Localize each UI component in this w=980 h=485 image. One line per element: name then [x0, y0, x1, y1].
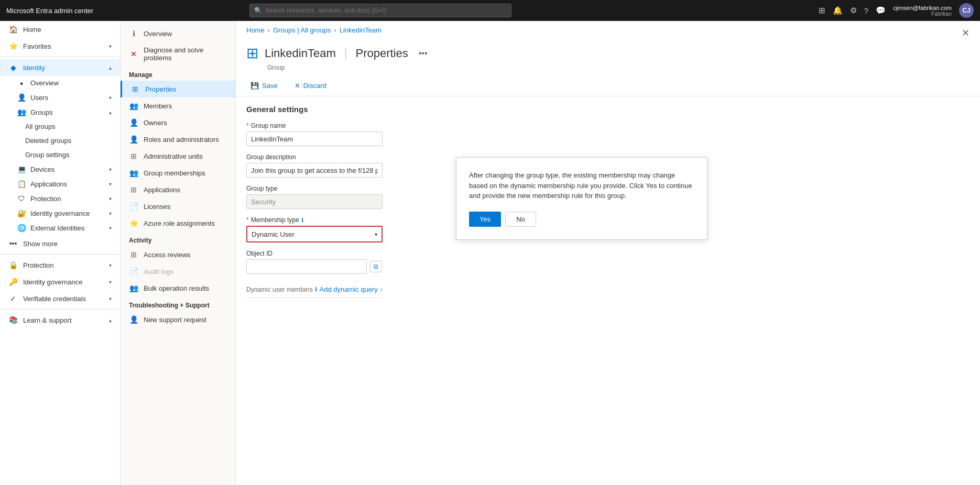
gear-icon[interactable]: ⚙	[850, 6, 857, 15]
sidebar-item-show-more[interactable]: ••• Show more	[0, 235, 120, 252]
sidebar-item-identity-governance[interactable]: 🔐 Identity governance ▾	[0, 206, 120, 221]
bell-icon[interactable]: 🔔	[833, 6, 843, 15]
discard-label: Discard	[303, 82, 326, 90]
sidebar-identity-governance2-label: Identity governance	[23, 278, 104, 286]
admin-units-icon: ⊞	[129, 152, 138, 160]
sidebar-identity-label: Identity	[23, 64, 104, 72]
group-nav-manage-section: Manage	[121, 66, 235, 81]
group-nav-bulk-operations[interactable]: 👥 Bulk operation results	[121, 280, 235, 296]
group-nav-owners[interactable]: 👤 Owners	[121, 114, 235, 131]
main-content: ✕ Home › Groups | All groups › LinkedinT…	[236, 21, 980, 485]
membership-type-label: * Membership type ℹ	[246, 216, 487, 224]
group-nav-members-label: Members	[144, 102, 172, 110]
dynamic-info-icon[interactable]: ℹ	[315, 286, 317, 293]
sidebar-item-protection2[interactable]: 🔒 Protection ▾	[0, 257, 120, 273]
sidebar-protection2-label: Protection	[23, 261, 104, 269]
dialog-no-button[interactable]: No	[505, 212, 536, 227]
group-name-input[interactable]	[246, 131, 383, 146]
bulk-ops-icon: 👥	[129, 284, 138, 292]
copy-object-id-button[interactable]: ⧉	[370, 261, 382, 272]
group-nav-owners-label: Owners	[144, 119, 167, 127]
group-nav-new-support[interactable]: 👤 New support request	[121, 311, 235, 328]
group-nav-access-reviews[interactable]: ⊞ Access reviews	[121, 246, 235, 263]
avatar[interactable]: CJ	[959, 3, 974, 18]
group-nav-activity-section: Activity	[121, 232, 235, 246]
protection-icon: 🛡	[17, 194, 26, 203]
object-id-input	[246, 259, 367, 274]
feedback-icon[interactable]: 💬	[876, 6, 886, 15]
group-nav-applications[interactable]: ⊞ Applications	[121, 181, 235, 198]
group-description-input[interactable]	[246, 163, 383, 178]
app-title: Microsoft Entra admin center	[6, 7, 93, 15]
close-button[interactable]: ✕	[962, 27, 970, 39]
membership-info-icon[interactable]: ℹ	[301, 217, 303, 224]
sidebar-item-home[interactable]: 🏠 Home	[0, 21, 120, 38]
chevron-down-icon: ▾	[109, 43, 112, 49]
group-nav-licenses[interactable]: 📄 Licenses	[121, 198, 235, 215]
search-bar[interactable]: 🔍	[249, 4, 511, 17]
sidebar-show-more-label: Show more	[23, 240, 58, 248]
membership-type-field: * Membership type ℹ Dynamic User Assigne…	[246, 216, 487, 242]
sidebar-item-verifiable-credentials[interactable]: ✓ Verifiable credentials ▾	[0, 290, 120, 307]
group-type-field: Group type	[246, 185, 487, 209]
dynamic-chevron-icon: ›	[380, 285, 383, 293]
save-button[interactable]: 💾 Save	[246, 80, 282, 92]
identity-icon: ◆	[8, 63, 18, 72]
identity-gov-icon: 🔐	[17, 209, 26, 217]
sidebar-item-favorites[interactable]: ⭐ Favorites ▾	[0, 38, 120, 54]
group-description-field: Group description	[246, 153, 487, 178]
applications-icon: 📋	[17, 180, 26, 188]
sidebar-item-protection[interactable]: 🛡 Protection ▾	[0, 191, 120, 206]
add-dynamic-query-link[interactable]: Add dynamic query	[320, 285, 378, 293]
help-icon[interactable]: ?	[864, 6, 868, 15]
sidebar-overview-label: Overview	[30, 79, 59, 87]
search-input[interactable]	[265, 7, 507, 14]
sidebar-devices-label: Devices	[30, 166, 55, 173]
sidebar-item-learn-support[interactable]: 📚 Learn & support ▴	[0, 312, 120, 328]
sidebar-item-overview[interactable]: ● Overview	[0, 76, 120, 90]
group-nav-panel: ℹ Overview ✕ Diagnose and solve problems…	[121, 21, 236, 485]
discard-button[interactable]: ✕ Discard	[290, 80, 331, 92]
breadcrumb-home[interactable]: Home	[246, 26, 265, 34]
page-subtitle: Properties	[355, 47, 408, 60]
sidebar-item-applications[interactable]: 📋 Applications ▾	[0, 177, 120, 191]
sidebar: 🏠 Home ⭐ Favorites ▾ ◆ Identity ▴ ● Over…	[0, 21, 121, 485]
chevron-down-icon4: ▾	[109, 181, 112, 187]
sidebar-item-external-identities[interactable]: 🌐 External Identities ▾	[0, 221, 120, 235]
group-nav-diagnose[interactable]: ✕ Diagnose and solve problems	[121, 42, 235, 66]
sidebar-verifiable-label: Verifiable credentials	[23, 295, 104, 303]
user-org: Fabrikan	[931, 11, 952, 17]
breadcrumb-groups[interactable]: Groups | All groups	[273, 26, 331, 34]
group-nav-admin-units[interactable]: ⊞ Administrative units	[121, 148, 235, 164]
membership-type-select-wrapper: Dynamic User Assigned Dynamic Device ▾	[246, 226, 383, 242]
membership-required-star: *	[246, 216, 249, 224]
sidebar-item-deleted-groups[interactable]: Deleted groups	[0, 134, 120, 148]
sidebar-identity-governance-label: Identity governance	[30, 210, 90, 217]
dialog-yes-button[interactable]: Yes	[469, 212, 501, 227]
group-nav-roles[interactable]: 👤 Roles and administrators	[121, 131, 235, 148]
sidebar-item-users[interactable]: 👤 Users ▾	[0, 90, 120, 105]
sidebar-item-identity[interactable]: ◆ Identity ▴	[0, 59, 120, 76]
dynamic-user-members-info: Dynamic user members ℹ	[246, 286, 317, 293]
portal-icon[interactable]: ⊞	[819, 6, 825, 15]
group-type-input	[246, 194, 383, 209]
topbar: Microsoft Entra admin center 🔍 ⊞ 🔔 ⚙ ? 💬…	[0, 0, 980, 21]
group-nav-members[interactable]: 👥 Members	[121, 97, 235, 114]
sidebar-item-identity-governance2[interactable]: 🔑 Identity governance ▾	[0, 273, 120, 290]
group-nav-overview[interactable]: ℹ Overview	[121, 25, 235, 42]
sidebar-item-groups[interactable]: 👥 Groups ▴	[0, 105, 120, 119]
sidebar-item-all-groups[interactable]: All groups	[0, 119, 120, 134]
group-nav-properties[interactable]: ⊞ Properties	[121, 81, 235, 97]
group-nav-azure-role[interactable]: ⭐ Azure role assignments	[121, 215, 235, 232]
dynamic-members-field: Dynamic user members ℹ Add dynamic query…	[246, 281, 487, 298]
more-options-button[interactable]: •••	[419, 49, 428, 58]
group-nav-azure-role-label: Azure role assignments	[144, 219, 215, 227]
membership-type-select[interactable]: Dynamic User Assigned Dynamic Device	[247, 227, 382, 241]
group-nav-roles-label: Roles and administrators	[144, 136, 219, 144]
group-nav-group-memberships[interactable]: 👥 Group memberships	[121, 164, 235, 181]
group-nav-properties-label: Properties	[145, 85, 176, 93]
sidebar-item-devices[interactable]: 💻 Devices ▾	[0, 162, 120, 177]
chevron-down-icon7: ▾	[109, 225, 112, 231]
sidebar-item-group-settings[interactable]: Group settings	[0, 148, 120, 162]
chevron-down-icon9: ▾	[109, 279, 112, 285]
